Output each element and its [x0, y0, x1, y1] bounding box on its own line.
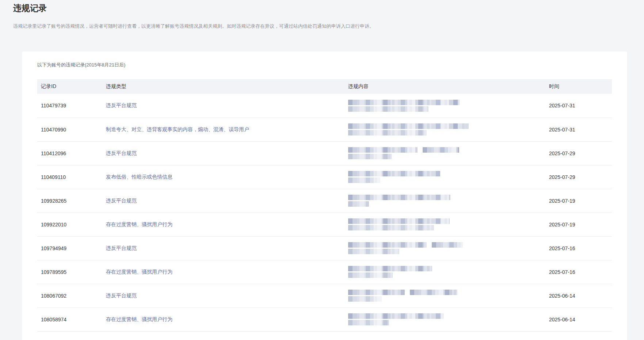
table-row: 109922010存在过度营销、骚扰用户行为2025-07-19: [37, 213, 612, 236]
record-id-cell: 109928265: [37, 189, 102, 213]
violation-type-cell: 发布低俗、性暗示或色情信息: [102, 165, 344, 189]
violation-type-cell: 制造夸大、对立、违背客观事实的内容，煽动、混淆、误导用户: [102, 118, 344, 141]
table-row: 109789595存在过度营销、骚扰用户行为2025-07-16: [37, 260, 612, 284]
mask-segment: [348, 290, 405, 295]
table-row: 109928265违反平台规范2025-07-19: [37, 189, 612, 213]
redacted-content-mask: [348, 242, 545, 254]
record-id-cell: 110409110: [37, 165, 102, 189]
redacted-content-mask: [348, 266, 545, 278]
date-cell: 2025-07-31: [545, 118, 612, 141]
violation-type-link[interactable]: 存在过度营销、骚扰用户行为: [106, 316, 172, 322]
mask-segment: [348, 177, 380, 183]
violation-type-link[interactable]: 制造夸大、对立、违背客观事实的内容，煽动、混淆、误导用户: [106, 126, 249, 132]
record-id-cell: 108058974: [37, 307, 102, 331]
redacted-content-mask: [348, 218, 545, 230]
column-header-time: 时间: [545, 79, 612, 94]
mask-line: [348, 147, 545, 153]
violation-type-link[interactable]: 存在过度营销、骚扰用户行为: [106, 221, 172, 227]
redacted-content-mask: [348, 147, 545, 159]
violation-type-cell: 违反平台规范: [102, 94, 344, 118]
violation-content-cell: [344, 165, 545, 189]
mask-line: [348, 313, 545, 319]
redacted-content-mask: [348, 313, 545, 325]
mask-segment: [348, 249, 399, 254]
mask-line: [348, 320, 545, 325]
mask-segment: [348, 106, 428, 112]
record-id-cell: 110412096: [37, 141, 102, 165]
column-header-violation-content: 违规内容: [344, 79, 545, 94]
mask-line: [348, 201, 545, 207]
mask-segment: [423, 147, 459, 153]
date-cell: 2025-07-29: [545, 165, 612, 189]
violation-content-cell: [344, 213, 545, 236]
mask-line: [348, 130, 545, 135]
table-row: 110409110发布低俗、性暗示或色情信息2025-07-29: [37, 165, 612, 189]
card-subtitle: 以下为账号的违规记录(2015年8月21日后): [37, 62, 612, 68]
violation-type-link[interactable]: 违反平台规范: [106, 293, 137, 298]
mask-segment: [348, 225, 434, 230]
violation-content-cell: [344, 94, 545, 118]
violation-type-link[interactable]: 违反平台规范: [106, 245, 137, 251]
table-header-row: 记录ID 违规类型 违规内容 时间: [37, 79, 612, 94]
page-description: 违规记录里记录了账号的违规情况，运营者可随时进行查看，以更清晰了解账号违规情况及…: [13, 23, 631, 30]
violation-content-cell: [344, 307, 545, 331]
mask-line: [348, 171, 545, 176]
table-row: 109794949违反平台规范2025-07-16: [37, 236, 612, 260]
mask-segment: [348, 266, 432, 271]
violation-content-cell: [344, 141, 545, 165]
mask-segment: [348, 201, 369, 207]
table-row: 110470990制造夸大、对立、违背客观事实的内容，煽动、混淆、误导用户202…: [37, 118, 612, 141]
redacted-content-mask: [348, 171, 545, 183]
date-cell: 2025-06-14: [545, 284, 612, 307]
mask-line: [348, 249, 545, 254]
mask-line: [348, 266, 545, 271]
table-row: 108058974存在过度营销、骚扰用户行为2025-06-14: [37, 307, 612, 331]
date-cell: 2025-07-31: [545, 94, 612, 118]
violation-type-cell: 违反平台规范: [102, 141, 344, 165]
violation-content-cell: [344, 189, 545, 213]
mask-line: [348, 272, 545, 278]
mask-line: [348, 242, 545, 248]
record-id-cell: 109789595: [37, 260, 102, 284]
mask-segment: [348, 130, 427, 135]
date-cell: 2025-07-16: [545, 236, 612, 260]
mask-segment: [410, 290, 457, 295]
violation-type-link[interactable]: 存在过度营销、骚扰用户行为: [106, 269, 172, 275]
violation-table-body: 110479739违反平台规范2025-07-31110470990制造夸大、对…: [37, 94, 612, 331]
violation-type-link[interactable]: 发布低俗、性暗示或色情信息: [106, 174, 172, 180]
violation-type-cell: 违反平台规范: [102, 236, 344, 260]
redacted-content-mask: [348, 100, 545, 112]
mask-line: [348, 123, 545, 129]
mask-line: [348, 296, 545, 302]
table-row: 110479739违反平台规范2025-07-31: [37, 94, 612, 118]
mask-segment: [348, 154, 392, 159]
violation-type-link[interactable]: 违反平台规范: [106, 150, 137, 156]
violation-type-cell: 违反平台规范: [102, 284, 344, 307]
mask-line: [348, 177, 545, 183]
mask-line: [348, 106, 545, 112]
mask-segment: [348, 100, 460, 105]
date-cell: 2025-07-19: [545, 189, 612, 213]
record-id-cell: 108067092: [37, 284, 102, 307]
date-cell: 2025-06-14: [545, 307, 612, 331]
violation-type-link[interactable]: 违反平台规范: [106, 102, 137, 108]
mask-segment: [348, 195, 450, 200]
violation-type-link[interactable]: 违反平台规范: [106, 198, 137, 203]
date-cell: 2025-07-19: [545, 213, 612, 236]
violation-type-cell: 存在过度营销、骚扰用户行为: [102, 260, 344, 284]
violation-content-cell: [344, 118, 545, 141]
mask-line: [348, 218, 545, 224]
date-cell: 2025-07-16: [545, 260, 612, 284]
mask-segment: [348, 242, 427, 248]
redacted-content-mask: [348, 123, 545, 135]
violation-table: 记录ID 违规类型 违规内容 时间 110479739违反平台规范2025-07…: [37, 79, 612, 332]
mask-line: [348, 195, 545, 200]
mask-segment: [348, 147, 418, 153]
column-header-violation-type: 违规类型: [102, 79, 344, 94]
page-header: 违规记录 违规记录里记录了账号的违规情况，运营者可随时进行查看，以更清晰了解账号…: [0, 0, 644, 30]
mask-segment: [348, 218, 450, 224]
violation-content-cell: [344, 284, 545, 307]
mask-segment: [432, 242, 463, 248]
mask-line: [348, 290, 545, 295]
record-id-cell: 109794949: [37, 236, 102, 260]
